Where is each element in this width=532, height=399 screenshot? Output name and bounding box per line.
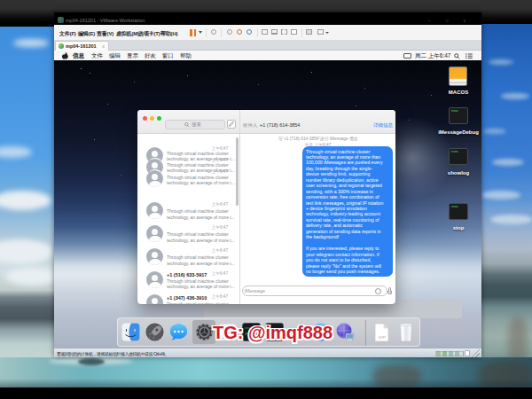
svg-text:SCPT: SCPT: [379, 336, 386, 340]
